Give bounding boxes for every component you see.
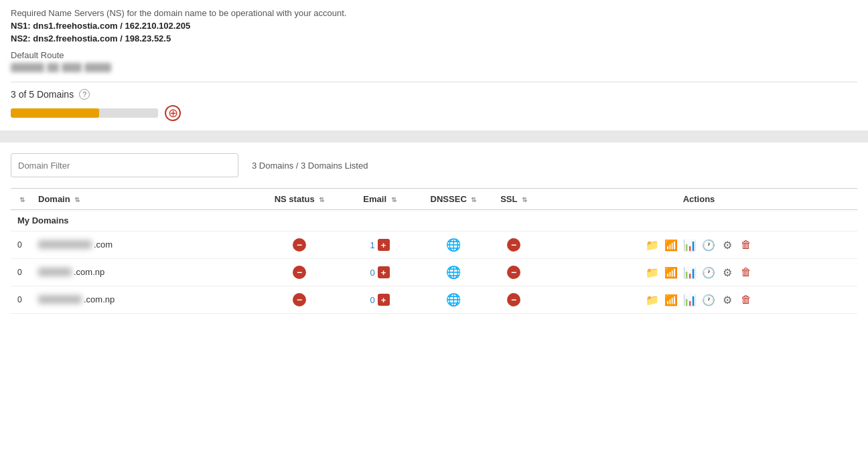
ssl-minus-3: −	[507, 293, 520, 306]
ns-status-cell-1: −	[259, 232, 340, 259]
th-sort[interactable]: ⇅	[11, 189, 31, 210]
th-ssl[interactable]: SSL ⇅	[487, 189, 540, 210]
domain-blur-2	[38, 268, 72, 276]
domain-blur-3	[38, 295, 82, 304]
domain-row-num-3: 0	[11, 286, 31, 314]
my-domains-label: My Domains	[11, 210, 857, 232]
ns2-line: NS2: dns2.freehostia.com / 198.23.52.5	[11, 33, 857, 43]
sort-arrows-first: ⇅	[19, 196, 25, 203]
domain-name-cell-3: .com.np	[31, 286, 259, 314]
domain-count-text: 3 Domains / 3 Domains Listed	[252, 161, 368, 171]
dnssec-cell-3: 🌐	[420, 286, 487, 314]
action-history-1[interactable]: 🕐	[701, 238, 716, 252]
ssl-cell-1: −	[487, 232, 540, 259]
ns1-line: NS1: dns1.freehostia.com / 162.210.102.2…	[11, 21, 857, 31]
action-trash-2[interactable]: 🗑	[739, 265, 753, 280]
filter-row: 3 Domains / 3 Domains Listed	[11, 151, 857, 177]
page-wrapper: Required Name Servers (NS) for the domai…	[0, 0, 868, 322]
th-dnssec[interactable]: DNSSEC ⇅	[420, 189, 487, 210]
action-folder-2[interactable]: 📁	[645, 265, 660, 280]
domain-name-2: .com.np	[38, 267, 104, 277]
action-trash-3[interactable]: 🗑	[739, 292, 753, 307]
sort-arrows-ns: ⇅	[319, 196, 324, 203]
action-folder-1[interactable]: 📁	[645, 238, 660, 252]
actions-cell-1: 📁 📶 📊 🕐 ⚙ 🗑	[540, 232, 857, 259]
dnssec-globe-3: 🌐	[445, 292, 461, 308]
table-row: 0 .com − 1 + 🌐	[11, 232, 857, 259]
divider-1	[11, 82, 857, 82]
ssl-minus-1: −	[507, 238, 520, 252]
actions-cell-3: 📁 📶 📊 🕐 ⚙ 🗑	[540, 286, 857, 314]
th-actions: Actions	[540, 189, 857, 210]
action-chart-1[interactable]: 📊	[682, 238, 697, 252]
dnssec-globe-1: 🌐	[445, 237, 461, 253]
table-row: 0 .com.np − 0 + 🌐	[11, 259, 857, 286]
ssl-cell-2: −	[487, 259, 540, 286]
domains-table: ⇅ Domain ⇅ NS status ⇅ Email ⇅ DNSSEC ⇅	[11, 189, 857, 314]
domain-name-cell-1: .com	[31, 232, 259, 259]
ns-status-minus-3: −	[293, 293, 306, 306]
th-domain[interactable]: Domain ⇅	[31, 189, 259, 210]
actions-cell-2: 📁 📶 📊 🕐 ⚙ 🗑	[540, 259, 857, 286]
action-history-3[interactable]: 🕐	[701, 292, 716, 307]
domain-name-1: .com	[38, 240, 113, 250]
table-header-row: ⇅ Domain ⇅ NS status ⇅ Email ⇅ DNSSEC ⇅	[11, 189, 857, 210]
ssl-cell-3: −	[487, 286, 540, 314]
domains-header: 3 of 5 Domains ?	[11, 89, 857, 100]
action-trash-1[interactable]: 🗑	[739, 238, 753, 252]
default-route-label: Default Route	[11, 50, 857, 60]
sort-arrows-dnssec: ⇅	[471, 196, 476, 203]
dnssec-cell-1: 🌐	[420, 232, 487, 259]
action-wifi-3[interactable]: 📶	[664, 292, 678, 307]
my-domains-group-row: My Domains	[11, 210, 857, 232]
action-history-2[interactable]: 🕐	[701, 265, 716, 280]
help-icon[interactable]: ?	[79, 89, 90, 100]
action-wifi-2[interactable]: 📶	[664, 265, 678, 280]
default-route-value	[11, 63, 857, 72]
email-cell-2: 0 +	[340, 259, 420, 286]
domain-blur-1	[38, 240, 92, 249]
action-chart-3[interactable]: 📊	[682, 292, 697, 307]
action-gear-1[interactable]: ⚙	[720, 238, 735, 252]
sort-arrows-ssl: ⇅	[522, 196, 527, 203]
domain-row-num-1: 0	[11, 232, 31, 259]
ns-status-cell-2: −	[259, 259, 340, 286]
ns-status-minus-1: −	[293, 238, 306, 252]
email-count-2: 0	[370, 268, 374, 278]
action-gear-2[interactable]: ⚙	[720, 265, 735, 280]
action-gear-3[interactable]: ⚙	[720, 292, 735, 307]
domains-quota-title: 3 of 5 Domains	[11, 89, 74, 100]
domain-row-num-2: 0	[11, 259, 31, 286]
progress-row: ⊕	[11, 105, 857, 121]
sort-arrows-domain: ⇅	[74, 196, 80, 203]
ns-description: Required Name Servers (NS) for the domai…	[11, 8, 857, 18]
dnssec-cell-2: 🌐	[420, 259, 487, 286]
th-email[interactable]: Email ⇅	[340, 189, 420, 210]
gray-separator-bar	[0, 130, 868, 143]
email-cell-3: 0 +	[340, 286, 420, 314]
progress-bar-fill	[11, 108, 99, 118]
add-domain-button[interactable]: ⊕	[165, 105, 181, 121]
table-row: 0 .com.np − 0 + 🌐	[11, 286, 857, 314]
email-count-1: 1	[370, 240, 374, 250]
ssl-minus-2: −	[507, 266, 520, 279]
domain-name-cell-2: .com.np	[31, 259, 259, 286]
action-wifi-1[interactable]: 📶	[664, 238, 678, 252]
email-count-3: 0	[370, 295, 374, 305]
email-add-btn-3[interactable]: +	[378, 294, 390, 306]
email-add-btn-1[interactable]: +	[378, 239, 390, 251]
email-add-btn-2[interactable]: +	[378, 266, 390, 278]
ns-status-cell-3: −	[259, 286, 340, 314]
progress-bar-bg	[11, 108, 158, 118]
th-ns-status[interactable]: NS status ⇅	[259, 189, 340, 210]
sort-arrows-email: ⇅	[391, 196, 396, 203]
dnssec-globe-2: 🌐	[445, 264, 461, 280]
ns-status-minus-2: −	[293, 266, 306, 279]
email-cell-1: 1 +	[340, 232, 420, 259]
info-section: Required Name Servers (NS) for the domai…	[11, 8, 857, 72]
action-folder-3[interactable]: 📁	[645, 292, 660, 307]
action-chart-2[interactable]: 📊	[682, 265, 697, 280]
domain-filter-input[interactable]	[11, 153, 238, 177]
domain-name-3: .com.np	[38, 294, 115, 304]
